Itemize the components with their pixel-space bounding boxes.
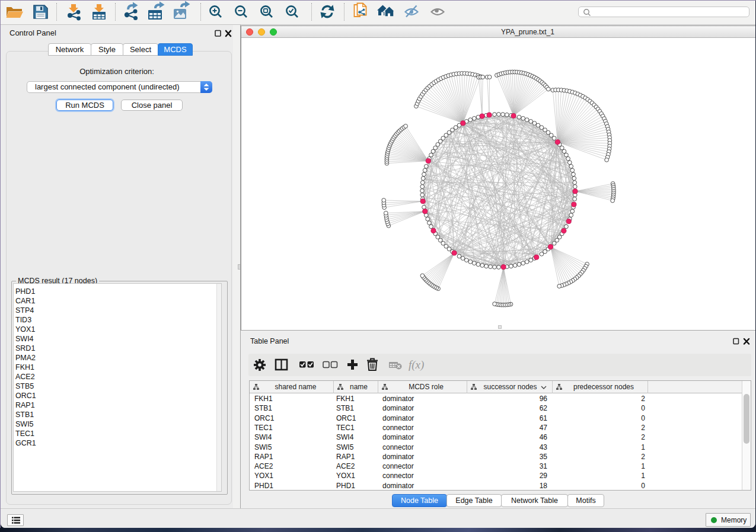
svg-text:f(x): f(x) bbox=[409, 358, 424, 371]
